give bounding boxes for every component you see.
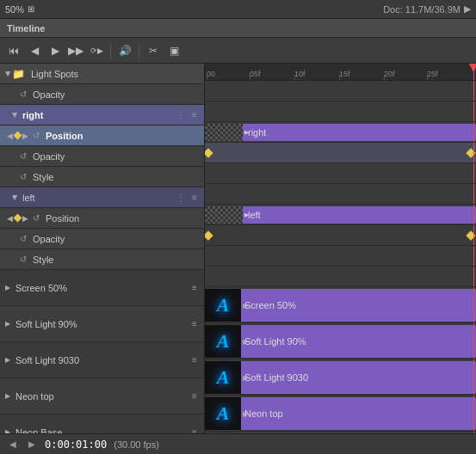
playhead-line (473, 184, 474, 204)
track-row (205, 267, 476, 287)
track-row (205, 246, 476, 267)
keyframe-end (466, 230, 475, 240)
menu-icon[interactable]: ≡ (189, 390, 201, 402)
layer-label: Neon Base (12, 427, 189, 434)
track-row-tall: A ▶ Neon top (205, 396, 476, 432)
layer-row: ↺ Opacity (0, 229, 204, 249)
track-row (205, 184, 476, 205)
menu-icon[interactable]: ≡ (189, 192, 201, 204)
track-triangle: ▶ (244, 129, 249, 136)
reset-icon[interactable]: ↺ (17, 233, 29, 245)
step-back-button[interactable]: ◀ (26, 42, 43, 59)
layer-label: Soft Light 90% (12, 319, 189, 329)
track-bar: A ▶ Soft Light 9030 (205, 361, 476, 394)
step-forward-button[interactable]: ▶▶ (67, 42, 84, 59)
layer-icons: ≡ (189, 282, 204, 294)
menu-icon[interactable]: ≡ (189, 426, 201, 434)
track-row: right ▶ (205, 122, 476, 143)
left-panel: ▶ 📁 Light Spots ↺ Opacity ▶ right ⋮ ≡ ◀ … (0, 64, 205, 433)
track-thumbnail (205, 206, 243, 224)
layer-row: ↺ Style (0, 167, 204, 187)
trim-button[interactable]: ▣ (165, 42, 182, 59)
playhead-line (473, 81, 474, 101)
track-label: Soft Light 9030 (244, 372, 308, 383)
layer-row: ↺ Style (0, 249, 204, 270)
track-row (205, 163, 476, 184)
ruler-tick (207, 75, 207, 80)
expand-icon[interactable]: ▶ (5, 284, 10, 291)
ruler-mark: 00 (207, 70, 215, 78)
layer-row: ◀ ▶ ↺ Position (0, 208, 204, 229)
audio-button[interactable]: 🔊 (116, 42, 133, 59)
separator2 (139, 43, 139, 58)
track-bar: A ▶ Neon top (205, 397, 476, 430)
layer-icons: ≡ (189, 318, 204, 330)
layer-icons: ⋮ ≡ (175, 109, 204, 121)
reset-icon[interactable]: ↺ (17, 89, 29, 101)
expand-icon[interactable]: ▶ (5, 356, 10, 364)
track-triangle: ▶ (244, 212, 249, 218)
ruler-tick (339, 75, 340, 80)
ruler-mark: 10f (294, 70, 306, 78)
expand-icon[interactable]: ▶ (5, 392, 10, 400)
layer-row: ▶ 📁 Light Spots (0, 64, 204, 84)
expand-icon[interactable]: ▶ (5, 320, 10, 328)
reset-icon[interactable]: ↺ (17, 150, 29, 163)
layer-row-tall: ▶ Screen 50% ≡ (0, 270, 204, 306)
right-panel: 00 05f 10f 15f 20f 25f (205, 64, 476, 433)
ruler-mark: 15f (339, 70, 350, 78)
track-row (205, 143, 476, 163)
folder-icon: 📁 (12, 68, 25, 80)
layer-icons: ≡ (189, 354, 204, 366)
nav-left-icon[interactable]: ◀ (7, 439, 19, 451)
track-bar: A ▶ Screen 50% (205, 289, 476, 322)
reset-icon[interactable]: ↺ (30, 212, 42, 224)
play-button[interactable]: ▶ (46, 42, 64, 59)
menu-icon[interactable]: ≡ (189, 282, 201, 294)
menu-icon[interactable]: ≡ (189, 354, 201, 366)
expand-icon[interactable]: ▶ (5, 428, 10, 433)
reset-icon[interactable]: ↺ (30, 130, 42, 142)
expand-icon[interactable]: ▶ (11, 113, 19, 118)
layer-row-tall: ▶ Soft Light 90% ≡ (0, 306, 204, 342)
track-label: left (248, 210, 261, 220)
track-bar: right ▶ (205, 124, 476, 141)
reset-icon[interactable]: ↺ (17, 254, 29, 266)
fps-info: (30.00 fps) (114, 439, 159, 450)
layer-row-tall: ▶ Neon top ≡ (0, 378, 204, 414)
settings-icon[interactable]: ⋮ (175, 192, 187, 204)
thumbnail-letter: A (217, 402, 230, 425)
next-keyframe-button[interactable]: ▶ (21, 132, 30, 140)
layer-label: Opacity (29, 234, 204, 244)
playhead-line (473, 267, 474, 286)
main-area: ▶ 📁 Light Spots ↺ Opacity ▶ right ⋮ ≡ ◀ … (0, 64, 476, 433)
expand-icon[interactable]: ▶ (11, 195, 19, 200)
layer-row: ↺ Opacity (0, 146, 204, 167)
settings-icon[interactable]: ⋮ (175, 109, 187, 121)
track-row (205, 225, 476, 246)
thumbnail-letter: A (217, 366, 230, 389)
playhead-line (473, 101, 474, 121)
layer-row: ▶ right ⋮ ≡ (0, 105, 204, 126)
timecode: 0:00:01:00 (45, 439, 107, 451)
cut-button[interactable]: ✂ (145, 42, 162, 59)
layer-label: Soft Light 9030 (12, 355, 189, 365)
expand-icon[interactable]: ▶ (4, 71, 12, 77)
layer-label: Opacity (29, 89, 204, 100)
track-row (205, 101, 476, 122)
thumbnail-letter: A (217, 294, 230, 316)
layer-label: Position (42, 213, 204, 224)
menu-icon[interactable]: ≡ (189, 109, 201, 121)
layer-label: Screen 50% (12, 283, 189, 293)
nav-right-icon[interactable]: ▶ (26, 439, 38, 451)
reset-icon[interactable]: ↺ (17, 171, 29, 183)
zoom-controls: 50% ⊞ (5, 4, 34, 15)
loop-button[interactable]: ⟳▶ (88, 42, 105, 59)
next-keyframe-button[interactable]: ▶ (21, 214, 30, 223)
track-thumbnail: A (205, 361, 241, 394)
layer-row-tall: ▶ Neon Base ≡ (0, 414, 204, 433)
keyframe-start (205, 148, 213, 157)
go-start-button[interactable]: ⏮ (5, 42, 22, 59)
timeline-header: Timeline (0, 19, 476, 38)
menu-icon[interactable]: ≡ (189, 318, 201, 330)
